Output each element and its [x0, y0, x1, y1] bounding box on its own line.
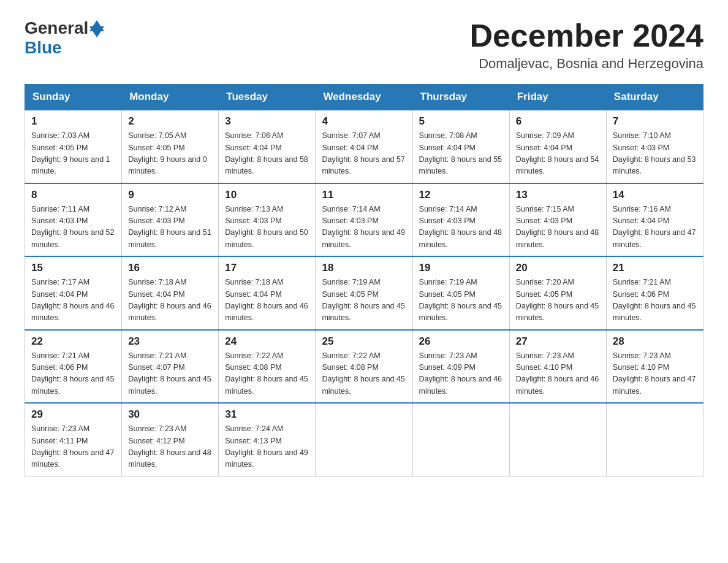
logo: General Blue — [25, 18, 104, 58]
day-info: Sunrise: 7:22 AMSunset: 4:08 PMDaylight:… — [225, 350, 309, 398]
day-number: 15 — [31, 262, 115, 274]
calendar-cell: 11 Sunrise: 7:14 AMSunset: 4:03 PMDaylig… — [316, 183, 412, 257]
day-info: Sunrise: 7:17 AMSunset: 4:04 PMDaylight:… — [31, 277, 115, 324]
day-info: Sunrise: 7:15 AMSunset: 4:03 PMDaylight:… — [516, 204, 600, 251]
day-number: 5 — [419, 115, 503, 128]
day-info: Sunrise: 7:11 AMSunset: 4:03 PMDaylight:… — [31, 204, 115, 251]
day-number: 30 — [128, 408, 212, 421]
day-number: 12 — [419, 189, 503, 201]
day-info: Sunrise: 7:14 AMSunset: 4:03 PMDaylight:… — [322, 204, 406, 251]
day-info: Sunrise: 7:06 AMSunset: 4:04 PMDaylight:… — [225, 130, 309, 178]
day-info: Sunrise: 7:23 AMSunset: 4:10 PMDaylight:… — [613, 350, 697, 398]
header-saturday: Saturday — [606, 85, 703, 110]
day-number: 16 — [128, 262, 212, 274]
day-info: Sunrise: 7:18 AMSunset: 4:04 PMDaylight:… — [225, 277, 309, 324]
day-info: Sunrise: 7:21 AMSunset: 4:06 PMDaylight:… — [31, 350, 115, 398]
week-row-1: 1 Sunrise: 7:03 AMSunset: 4:05 PMDayligh… — [25, 110, 703, 183]
day-info: Sunrise: 7:12 AMSunset: 4:03 PMDaylight:… — [128, 204, 212, 251]
calendar-cell: 10 Sunrise: 7:13 AMSunset: 4:03 PMDaylig… — [219, 183, 316, 257]
day-info: Sunrise: 7:14 AMSunset: 4:03 PMDaylight:… — [419, 204, 503, 251]
calendar-table: Sunday Monday Tuesday Wednesday Thursday… — [25, 84, 703, 477]
day-number: 19 — [419, 262, 503, 274]
calendar-cell: 6 Sunrise: 7:09 AMSunset: 4:04 PMDayligh… — [509, 110, 606, 183]
calendar-cell: 3 Sunrise: 7:06 AMSunset: 4:04 PMDayligh… — [219, 110, 316, 183]
day-number: 31 — [225, 408, 309, 421]
calendar-cell — [606, 403, 703, 476]
day-info: Sunrise: 7:23 AMSunset: 4:12 PMDaylight:… — [128, 423, 212, 471]
calendar-cell: 13 Sunrise: 7:15 AMSunset: 4:03 PMDaylig… — [509, 183, 606, 257]
day-number: 8 — [31, 189, 115, 201]
calendar-cell: 25 Sunrise: 7:22 AMSunset: 4:08 PMDaylig… — [316, 330, 412, 404]
header-monday: Monday — [122, 85, 219, 110]
day-info: Sunrise: 7:05 AMSunset: 4:05 PMDaylight:… — [128, 130, 212, 178]
logo-general-text: General — [25, 18, 88, 38]
day-info: Sunrise: 7:23 AMSunset: 4:11 PMDaylight:… — [31, 423, 115, 471]
calendar-cell: 19 Sunrise: 7:19 AMSunset: 4:05 PMDaylig… — [412, 256, 509, 330]
day-info: Sunrise: 7:24 AMSunset: 4:13 PMDaylight:… — [225, 423, 309, 471]
weekday-header-row: Sunday Monday Tuesday Wednesday Thursday… — [25, 85, 703, 110]
calendar-cell — [412, 403, 509, 476]
logo-blue-text: Blue — [25, 38, 62, 58]
week-row-2: 8 Sunrise: 7:11 AMSunset: 4:03 PMDayligh… — [25, 183, 703, 257]
calendar-cell: 20 Sunrise: 7:20 AMSunset: 4:05 PMDaylig… — [509, 256, 606, 330]
calendar-cell: 22 Sunrise: 7:21 AMSunset: 4:06 PMDaylig… — [25, 330, 122, 404]
day-number: 4 — [322, 115, 406, 128]
calendar-cell: 21 Sunrise: 7:21 AMSunset: 4:06 PMDaylig… — [606, 256, 703, 330]
day-number: 9 — [128, 189, 212, 201]
header-tuesday: Tuesday — [219, 85, 316, 110]
day-number: 17 — [225, 262, 309, 274]
day-info: Sunrise: 7:20 AMSunset: 4:05 PMDaylight:… — [516, 277, 600, 324]
day-number: 11 — [322, 189, 406, 201]
calendar-cell: 4 Sunrise: 7:07 AMSunset: 4:04 PMDayligh… — [316, 110, 412, 183]
calendar-cell: 5 Sunrise: 7:08 AMSunset: 4:04 PMDayligh… — [412, 110, 509, 183]
calendar-cell: 24 Sunrise: 7:22 AMSunset: 4:08 PMDaylig… — [219, 330, 316, 404]
calendar-cell: 29 Sunrise: 7:23 AMSunset: 4:11 PMDaylig… — [25, 403, 122, 476]
day-number: 25 — [322, 335, 406, 348]
month-title: December 2024 — [469, 18, 703, 53]
calendar-cell: 26 Sunrise: 7:23 AMSunset: 4:09 PMDaylig… — [412, 330, 509, 404]
location-title: Domaljevac, Bosnia and Herzegovina — [469, 56, 703, 72]
day-number: 23 — [128, 335, 212, 348]
day-number: 24 — [225, 335, 309, 348]
calendar-cell: 7 Sunrise: 7:10 AMSunset: 4:03 PMDayligh… — [606, 110, 703, 183]
header: General Blue December 2024 Domaljevac, B… — [25, 18, 703, 72]
calendar-cell: 8 Sunrise: 7:11 AMSunset: 4:03 PMDayligh… — [25, 183, 122, 257]
calendar-cell: 23 Sunrise: 7:21 AMSunset: 4:07 PMDaylig… — [122, 330, 219, 404]
day-number: 28 — [613, 335, 697, 348]
day-info: Sunrise: 7:16 AMSunset: 4:04 PMDaylight:… — [613, 204, 697, 251]
calendar-cell: 30 Sunrise: 7:23 AMSunset: 4:12 PMDaylig… — [122, 403, 219, 476]
day-info: Sunrise: 7:18 AMSunset: 4:04 PMDaylight:… — [128, 277, 212, 324]
header-friday: Friday — [509, 85, 606, 110]
calendar-cell — [316, 403, 412, 476]
day-info: Sunrise: 7:23 AMSunset: 4:09 PMDaylight:… — [419, 350, 503, 398]
day-info: Sunrise: 7:21 AMSunset: 4:06 PMDaylight:… — [613, 277, 697, 324]
day-info: Sunrise: 7:09 AMSunset: 4:04 PMDaylight:… — [516, 130, 600, 178]
title-area: December 2024 Domaljevac, Bosnia and Her… — [469, 18, 703, 72]
day-info: Sunrise: 7:03 AMSunset: 4:05 PMDaylight:… — [31, 130, 115, 178]
day-info: Sunrise: 7:13 AMSunset: 4:03 PMDaylight:… — [225, 204, 309, 251]
day-info: Sunrise: 7:23 AMSunset: 4:10 PMDaylight:… — [516, 350, 600, 398]
calendar-cell: 9 Sunrise: 7:12 AMSunset: 4:03 PMDayligh… — [122, 183, 219, 257]
calendar-cell: 16 Sunrise: 7:18 AMSunset: 4:04 PMDaylig… — [122, 256, 219, 330]
day-number: 14 — [613, 189, 697, 201]
calendar-cell — [509, 403, 606, 476]
week-row-5: 29 Sunrise: 7:23 AMSunset: 4:11 PMDaylig… — [25, 403, 703, 476]
day-number: 22 — [31, 335, 115, 348]
day-number: 2 — [128, 115, 212, 128]
day-number: 1 — [31, 115, 115, 128]
week-row-3: 15 Sunrise: 7:17 AMSunset: 4:04 PMDaylig… — [25, 256, 703, 330]
day-number: 26 — [419, 335, 503, 348]
calendar-cell: 28 Sunrise: 7:23 AMSunset: 4:10 PMDaylig… — [606, 330, 703, 404]
calendar-cell: 12 Sunrise: 7:14 AMSunset: 4:03 PMDaylig… — [412, 183, 509, 257]
calendar-cell: 1 Sunrise: 7:03 AMSunset: 4:05 PMDayligh… — [25, 110, 122, 183]
day-info: Sunrise: 7:08 AMSunset: 4:04 PMDaylight:… — [419, 130, 503, 178]
day-number: 27 — [516, 335, 600, 348]
calendar-cell: 18 Sunrise: 7:19 AMSunset: 4:05 PMDaylig… — [316, 256, 412, 330]
calendar-cell: 2 Sunrise: 7:05 AMSunset: 4:05 PMDayligh… — [122, 110, 219, 183]
day-number: 29 — [31, 408, 115, 421]
day-info: Sunrise: 7:10 AMSunset: 4:03 PMDaylight:… — [613, 130, 697, 178]
header-wednesday: Wednesday — [316, 85, 412, 110]
day-info: Sunrise: 7:22 AMSunset: 4:08 PMDaylight:… — [322, 350, 406, 398]
header-sunday: Sunday — [25, 85, 122, 110]
week-row-4: 22 Sunrise: 7:21 AMSunset: 4:06 PMDaylig… — [25, 330, 703, 404]
